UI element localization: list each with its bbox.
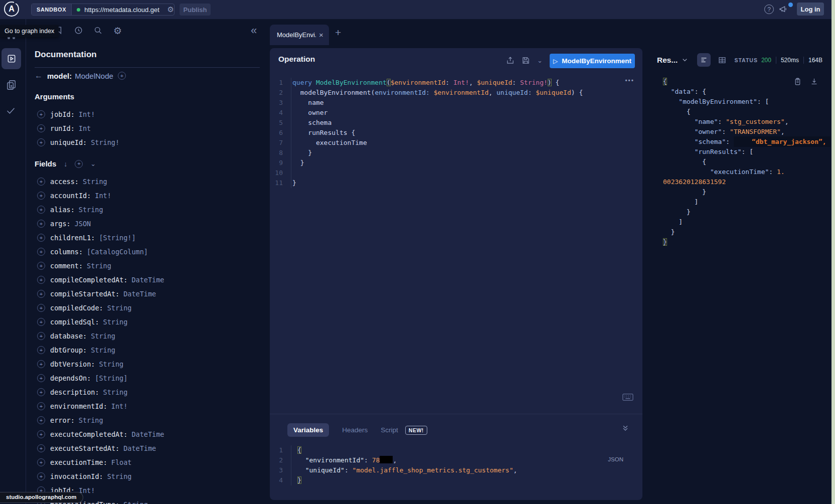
argument-type[interactable]: Int! [79,110,95,118]
fields-options-chevron-icon[interactable]: ⌄ [90,160,96,167]
field-type[interactable]: String [123,500,148,504]
field-row[interactable]: access: String [37,175,164,189]
field-name[interactable]: executeCompletedAt: [50,430,127,438]
field-name[interactable]: invocationId: [50,472,103,480]
field-name[interactable]: childrenL1: [50,234,95,242]
add-argument-icon[interactable] [37,110,45,118]
field-row[interactable]: executeStartedAt: DateTime [37,441,164,455]
field-type[interactable]: Float [111,458,132,466]
settings-gear-icon[interactable]: ⚙ [113,25,122,37]
field-name[interactable]: columns: [50,248,83,256]
add-field-icon[interactable] [37,220,45,228]
field-type[interactable]: DateTime [131,430,164,438]
field-type[interactable]: String [107,304,132,312]
field-type[interactable]: String [87,262,111,270]
endpoint-url-group[interactable]: SANDBOX https://metadata.cloud.get ⚙ [31,4,175,16]
sort-fields-icon[interactable]: ↓ [64,160,67,168]
field-name[interactable]: error: [50,416,75,424]
keyboard-shortcuts-icon[interactable] [622,393,633,401]
add-to-query-icon[interactable] [118,72,126,80]
response-json-viewer[interactable]: { "data": { "modelByEnvironment": [ { "n… [663,77,828,247]
field-type[interactable]: DateTime [131,276,164,284]
field-row[interactable]: description: String [37,385,164,399]
field-row[interactable]: dbtVersion: String [37,357,164,371]
add-field-icon[interactable] [37,178,45,186]
field-name[interactable]: dependsOn: [50,374,91,382]
add-field-icon[interactable] [37,416,45,424]
argument-type[interactable]: String! [91,138,119,146]
field-name[interactable]: accountId: [50,192,91,200]
field-row[interactable]: compileStartedAt: DateTime [37,287,164,301]
field-row[interactable]: args: JSON [37,217,164,231]
argument-name[interactable]: uniqueId: [50,138,87,146]
nav-explorer-button[interactable] [2,48,21,69]
save-operation-icon[interactable] [522,56,530,65]
add-field-icon[interactable] [37,248,45,256]
collapse-sidebar-icon[interactable]: « [251,24,257,37]
nav-schema-button[interactable] [6,79,17,91]
field-name[interactable]: alias: [50,206,75,214]
add-argument-icon[interactable] [37,124,45,132]
field-row[interactable]: dbtGroup: String [37,343,164,357]
field-row[interactable]: error: String [37,413,164,427]
announcements-icon[interactable] [779,5,789,15]
field-name[interactable]: compiledCode: [50,304,103,312]
add-field-icon[interactable] [37,374,45,382]
argument-row[interactable]: runId: Int [37,121,119,135]
field-name[interactable]: dbtGroup: [50,346,87,354]
field-type[interactable]: [CatalogColumn] [87,248,148,256]
query-editor[interactable]: 1query ModelByEnvironment($environmentId… [270,78,642,188]
field-row[interactable]: alias: String [37,203,164,217]
field-row[interactable]: executeCompletedAt: DateTime [37,427,164,441]
field-type[interactable]: String [103,318,128,326]
endpoint-settings-gear-icon[interactable]: ⚙ [168,5,174,14]
login-button[interactable]: Log in [797,3,824,16]
field-row[interactable]: childrenL1: [String!] [37,231,164,245]
field-type[interactable]: JSON [75,220,91,228]
add-field-icon[interactable] [37,458,45,466]
raw-view-toggle[interactable] [697,53,711,67]
field-row[interactable]: accountId: Int! [37,189,164,203]
argument-row[interactable]: jobId: Int! [37,107,119,121]
table-view-toggle[interactable] [718,56,727,65]
field-type[interactable]: [String] [95,374,127,382]
field-row[interactable]: environmentId: Int! [37,399,164,413]
add-field-icon[interactable] [37,444,45,452]
tab-script[interactable]: Script [381,426,398,434]
type-name-link[interactable]: ModelNode [75,72,113,80]
argument-name[interactable]: jobId: [50,110,75,118]
add-field-icon[interactable] [37,430,45,438]
field-name[interactable]: executeStartedAt: [50,444,119,452]
field-name[interactable]: compileStartedAt: [50,290,119,298]
add-field-icon[interactable] [37,234,45,242]
add-field-icon[interactable] [37,318,45,326]
apollo-logo-icon[interactable]: A [4,2,19,17]
collapse-variables-icon[interactable] [621,424,629,432]
field-type[interactable]: Int! [95,192,111,200]
field-type[interactable]: [String!] [99,234,135,242]
field-name[interactable]: compileCompletedAt: [50,276,127,284]
help-icon[interactable]: ? [764,5,774,14]
nav-checks-button[interactable] [6,105,16,116]
field-type[interactable]: String [91,346,115,354]
add-field-icon[interactable] [37,472,45,480]
field-row[interactable]: dependsOn: [String] [37,371,164,385]
save-options-chevron-icon[interactable]: ⌄ [537,57,543,64]
field-type[interactable]: String [79,416,103,424]
field-type[interactable]: String [91,332,115,340]
field-name[interactable]: args: [50,220,71,228]
field-type[interactable]: String [83,178,107,186]
new-tab-button[interactable]: + [335,27,341,39]
field-row[interactable]: compileCompletedAt: DateTime [37,273,164,287]
field-name[interactable]: executionTime: [50,458,107,466]
add-field-icon[interactable] [37,346,45,354]
add-all-fields-icon[interactable] [75,160,83,168]
argument-type[interactable]: Int [79,124,91,132]
history-icon[interactable] [74,26,83,35]
field-name[interactable]: environmentId: [50,402,107,410]
field-row[interactable]: executionTime: Float [37,455,164,469]
close-tab-icon[interactable]: × [319,31,323,39]
argument-name[interactable]: runId: [50,124,75,132]
add-field-icon[interactable] [37,388,45,396]
field-name[interactable]: compiledSql: [50,318,99,326]
